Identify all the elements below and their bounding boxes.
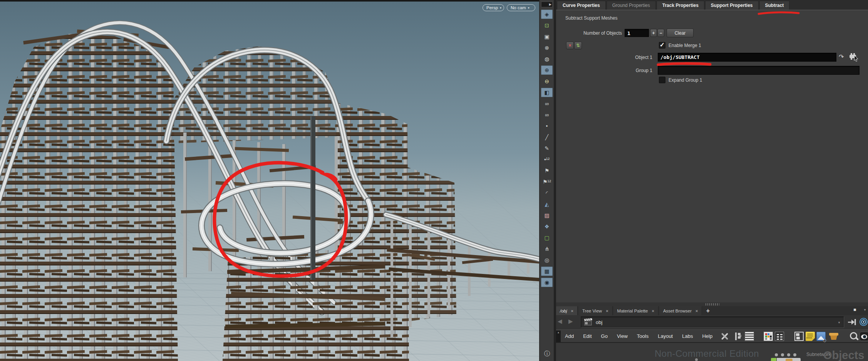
back-arrow-icon[interactable]: ◀: [558, 318, 562, 325]
toolbar-popup-arrow[interactable]: ▶: [541, 2, 553, 7]
tab-obj[interactable]: /obj ×: [556, 306, 578, 315]
camera-select-button[interactable]: No cam ▾: [507, 4, 535, 11]
close-icon[interactable]: ×: [652, 309, 654, 313]
close-icon[interactable]: ×: [571, 309, 573, 313]
menu-help[interactable]: Help: [702, 333, 712, 339]
close-icon[interactable]: ×: [695, 309, 698, 313]
motion-blur-glasses-icon[interactable]: ∞: [541, 110, 553, 119]
tab-tree-view[interactable]: Tree View ×: [578, 306, 613, 315]
tab-asset-browser[interactable]: Asset Browser ×: [659, 306, 702, 315]
viewport-3d[interactable]: Persp ▾ No cam ▾: [0, 0, 539, 361]
display-options-toolbar: ▶ ◈⊡▣⊗◍⊕⊖◧∞∞•╱✎•¹²⚑⚑¹²◜◭▨❖▢⋔◎▦◉ ⓘ: [539, 0, 554, 361]
separator-dot[interactable]: •: [541, 121, 553, 131]
object1-input[interactable]: /obj/SUBTRACT: [658, 53, 836, 62]
geometry-cube-icon[interactable]: ◧: [541, 88, 553, 97]
view-gem-icon[interactable]: ❖: [541, 222, 553, 231]
forward-arrow-icon[interactable]: ▶: [568, 318, 573, 325]
menu-view[interactable]: View: [617, 333, 628, 339]
number-of-objects-input[interactable]: 1: [625, 29, 649, 37]
menu-go[interactable]: Go: [601, 333, 608, 339]
menu-edit[interactable]: Edit: [583, 333, 592, 339]
construction-plane-icon[interactable]: ⋔: [541, 244, 553, 254]
visualizer-icon[interactable]: ◎: [541, 255, 553, 265]
camera-persp-label: Persp: [486, 5, 498, 11]
subnet-node[interactable]: [771, 358, 802, 361]
reorder-instance-button[interactable]: ⇅: [574, 42, 582, 49]
lock-icon[interactable]: ▣: [541, 32, 553, 41]
handle-tool-icon[interactable]: ╱: [541, 133, 553, 142]
clear-button[interactable]: Clear: [667, 29, 694, 37]
viewport-canvas[interactable]: [0, 2, 539, 361]
tab-material-palette[interactable]: Material Palette ×: [613, 306, 659, 315]
menubar-scroll-strip[interactable]: ▲: [556, 331, 561, 342]
menu-tools[interactable]: Tools: [637, 333, 648, 339]
add-image-icon[interactable]: [816, 332, 826, 341]
shadow-light-icon[interactable]: ⊖: [541, 77, 553, 86]
new-tab-button[interactable]: +: [703, 306, 713, 315]
tools-icon[interactable]: [720, 332, 729, 341]
network-canvas[interactable]: Non-Commercial Edition Subnetwork Object…: [556, 343, 868, 361]
package-icon[interactable]: [829, 332, 838, 341]
group1-input[interactable]: [658, 66, 860, 75]
prim-flag-icon[interactable]: ⚑: [541, 166, 553, 175]
tab-subtract[interactable]: Subtract: [759, 1, 790, 10]
point-count-icon[interactable]: •¹²: [541, 155, 553, 164]
normals-icon[interactable]: ◭: [541, 200, 553, 209]
grid-layout-icon[interactable]: [775, 332, 784, 341]
tab-curve-properties[interactable]: Curve Properties: [557, 1, 606, 10]
curve-hull-icon[interactable]: ◜: [541, 188, 553, 198]
snap-pin-icon[interactable]: ◉: [541, 278, 553, 287]
section-header: Subtract Support Meshes: [565, 15, 617, 21]
chevron-down-icon: ▾: [528, 5, 530, 11]
tab-track-properties[interactable]: Track Properties: [657, 1, 704, 10]
camera-persp-button[interactable]: Persp ▾: [483, 4, 504, 11]
remove-instance-button[interactable]: ×: [566, 42, 574, 49]
snapshot-icon[interactable]: ⊡: [541, 21, 553, 30]
material-sphere-icon[interactable]: ◍: [541, 54, 553, 64]
headlight-icon[interactable]: ⊕: [541, 65, 553, 75]
color-palette-icon[interactable]: [764, 332, 773, 341]
menu-labs[interactable]: Labs: [682, 333, 693, 339]
select-operator-icon[interactable]: [849, 52, 859, 64]
hierarchy-icon[interactable]: [734, 332, 743, 341]
number-of-objects-label: Number of Objects: [560, 30, 622, 36]
view-mode-icon[interactable]: ◈: [541, 10, 553, 19]
path-dropdown-icon[interactable]: ▼: [838, 321, 841, 324]
image-plane-icon[interactable]: ▦: [541, 267, 553, 276]
close-icon[interactable]: ×: [606, 309, 608, 313]
pane-drag-handle[interactable]: [705, 303, 719, 306]
expand-group-checkbox[interactable]: [659, 77, 665, 83]
sticky-note-icon[interactable]: [806, 332, 815, 341]
tab-ground-properties[interactable]: Ground Properties: [607, 1, 656, 10]
object1-label: Object 1: [598, 55, 652, 60]
polygons-glasses-icon[interactable]: ∞: [541, 99, 553, 108]
network-editor-panel: /obj × Tree View × Material Palette × As…: [556, 302, 868, 361]
camera-select-label: No cam: [511, 5, 526, 11]
list-view-icon[interactable]: [745, 332, 754, 341]
network-path-field[interactable]: obj ▼: [581, 316, 844, 328]
desktop-panes-icon[interactable]: [794, 332, 804, 341]
headlight-off-icon[interactable]: ⊗: [541, 43, 553, 52]
jump-to-operator-icon[interactable]: ↷: [839, 53, 844, 60]
parameter-tabbar: Curve Properties Ground Properties Track…: [556, 0, 868, 10]
group-overlay-icon[interactable]: ▢: [541, 233, 553, 242]
pane-maximize-icon[interactable]: ■: [853, 307, 856, 312]
info-icon[interactable]: ⓘ: [542, 350, 552, 359]
pin-pane-icon[interactable]: [848, 318, 857, 327]
increment-button[interactable]: +: [650, 29, 657, 37]
decrement-button[interactable]: −: [657, 29, 664, 37]
menu-layout[interactable]: Layout: [658, 333, 673, 339]
node-display-flag[interactable]: [771, 358, 776, 361]
expand-group-label: Expand Group 1: [669, 77, 702, 83]
brush-tool-icon[interactable]: ✎: [541, 144, 553, 153]
tab-support-properties[interactable]: Support Properties: [705, 1, 759, 10]
prim-count-icon[interactable]: ⚑¹²: [541, 177, 553, 186]
visibility-eye-icon[interactable]: [860, 332, 868, 341]
follow-focus-icon[interactable]: [859, 317, 868, 328]
menu-add[interactable]: Add: [565, 333, 574, 339]
search-icon[interactable]: [849, 332, 858, 341]
enable-merge-checkbox[interactable]: ✓: [659, 42, 665, 49]
uv-checker-icon[interactable]: ▨: [541, 211, 553, 220]
pane-menu-arrow-icon[interactable]: ▼: [863, 308, 866, 312]
network-path-row: ◀ ▶ obj ▼: [556, 315, 868, 329]
